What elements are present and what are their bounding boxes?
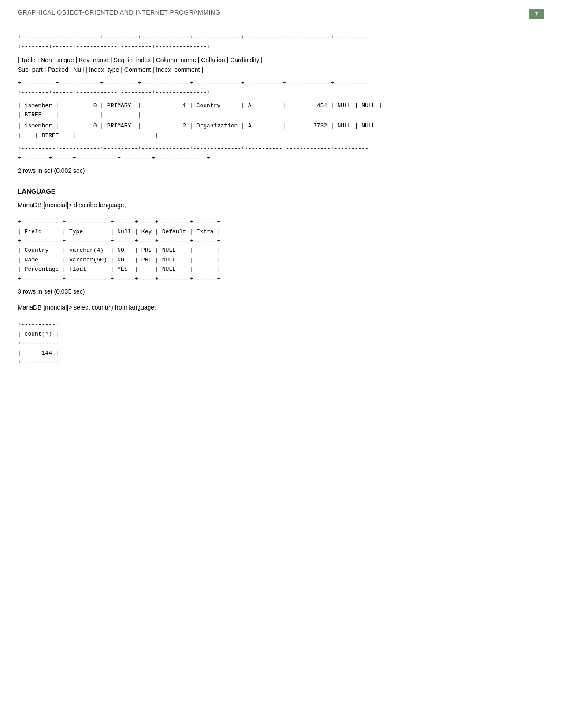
lang-col-header: | Field | Type | Null | Key | Default | …: [18, 227, 544, 236]
index-separator-bot-2: +--------+------+------------+---------+…: [18, 153, 544, 163]
page-number: 7: [529, 9, 544, 19]
select-count-command: MariaDB [mondial]> select count(*) from …: [18, 304, 544, 311]
lang-sep2: +------------+-------------+------+-----…: [18, 236, 544, 246]
index-separator-top-1: +----------+------------+----------+----…: [18, 33, 544, 42]
lang-row-pct: | Percentage | float | YES | | NULL | |: [18, 265, 544, 274]
page-header: GRAPHICAL OBJECT-ORIENTED AND INTERNET P…: [18, 9, 544, 19]
index-column-headers: | Table | Non_unique | Key_name | Seq_in…: [18, 55, 544, 75]
index-separator-top-2: +--------+------+------------+---------+…: [18, 42, 544, 51]
lang-row-name: | Name | varchar(50) | NO | PRI | NULL |…: [18, 255, 544, 265]
header-title: GRAPHICAL OBJECT-ORIENTED AND INTERNET P…: [18, 9, 220, 16]
lang-sep3: +------------+-------------+------+-----…: [18, 274, 544, 284]
describe-command: MariaDB [mondial]> describe language;: [18, 202, 544, 209]
index-separator-mid-2: +--------+------+------------+---------+…: [18, 88, 544, 97]
index-row2-b: | | BTREE | | |: [18, 131, 544, 140]
count-col-header: | count(*) |: [18, 329, 544, 339]
index-rows-result: 2 rows in set (0.002 sec): [18, 167, 544, 174]
language-section: LANGUAGE MariaDB [mondial]> describe lan…: [18, 187, 544, 367]
lang-row-country: | Country | varchar(4) | NO | PRI | NULL…: [18, 246, 544, 255]
count-row: | 144 |: [18, 348, 544, 358]
index-section: +----------+------------+----------+----…: [18, 33, 544, 174]
count-sep2: +----------+: [18, 339, 544, 348]
lang-sep1: +------------+-------------+------+-----…: [18, 217, 544, 227]
count-sep3: +----------+: [18, 358, 544, 367]
count-sep1: +----------+: [18, 320, 544, 329]
language-heading: LANGUAGE: [18, 187, 544, 195]
index-row1-b: | BTREE | | |: [18, 110, 544, 119]
index-separator-bot-1: +----------+------------+----------+----…: [18, 144, 544, 153]
index-row1-a: | ismember | 0 | PRIMARY | 1 | Country |…: [18, 101, 544, 110]
lang-rows-result: 3 rows in set (0.035 sec): [18, 288, 544, 295]
index-row2-a: | ismember | 0 | PRIMARY | 2 | Organizat…: [18, 121, 544, 131]
index-separator-mid-1: +----------+------------+----------+----…: [18, 78, 544, 88]
